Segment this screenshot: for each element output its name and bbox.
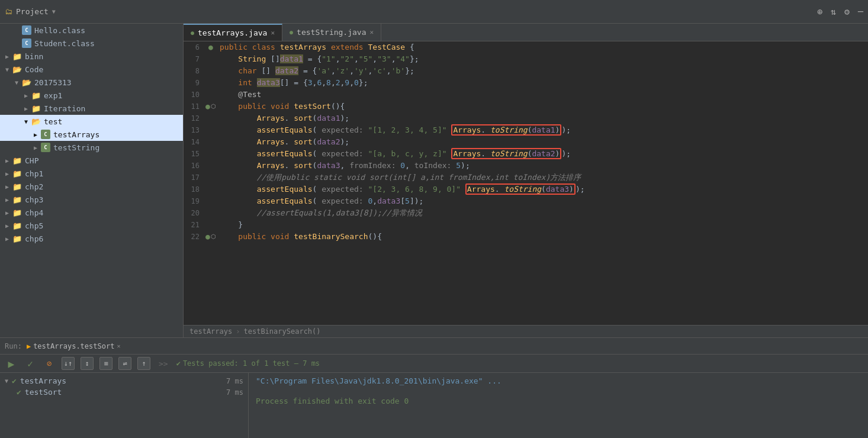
folder-icon-chp1: 📁 [12,168,22,179]
project-title[interactable]: 🗂 Project ▼ [5,7,56,16]
breadcrumb-method: testBinarySearch() [243,327,320,336]
gear-icon[interactable]: ⚙ [844,7,850,17]
tree-item-chp5[interactable]: 📁 chp5 [0,219,183,232]
label-testarrays: testArrays [53,130,99,139]
play-button[interactable]: ▶ [5,357,18,370]
code-editor[interactable]: 6 ● public class testArrays extends Test… [184,41,868,325]
gutter-22: ●⬡ [204,231,217,243]
line-content-22: public void testBinarySearch(){ [217,231,868,243]
line-content-15: assertEquals( expected: "[a, b, c, y, z]… [217,148,868,160]
line-num-21: 21 [184,219,204,231]
output-line-2 [256,387,861,395]
tree-item-testarrays[interactable]: C testArrays [0,128,183,141]
tab-testarrays[interactable]: ● testArrays.java ✕ [184,24,282,41]
arrow-testarrays [31,131,40,138]
stop-button[interactable]: ⊘ [43,357,56,370]
pass-icon-testsort: ✔ [17,388,21,397]
run-tab-testarrays[interactable]: ▶ testArrays.testSort ✕ [27,342,121,350]
top-bar-actions: ⊕ ⇅ ⚙ ─ [817,7,863,17]
rerun-sort-button[interactable]: ↓↑ [62,357,75,370]
folder-icon-test: 📂 [31,116,41,127]
tree-item-hello[interactable]: C Hello.class [0,24,183,37]
tree-item-exp1[interactable]: 📁 exp1 [0,89,183,102]
test-item-testsort[interactable]: ✔ testSort 7 ms [0,387,248,398]
folder-icon-binn: 📁 [12,51,22,62]
arrow-chp1 [2,170,12,177]
tree-item-chp[interactable]: 📁 CHP [0,154,183,167]
pass-icon-testarrays: ✔ [12,376,17,385]
split-icon[interactable]: ⇅ [831,7,836,17]
bookmark-icon-11: ⬡ [211,101,216,112]
tree-item-iteration[interactable]: 📁 Iteration [0,102,183,115]
line-num-15: 15 [184,148,204,160]
arrow-teststring [31,144,40,151]
bookmark-icon-22: ⬡ [211,231,216,243]
run-tab-close[interactable]: ✕ [117,343,120,349]
tab-close-testarrays[interactable]: ✕ [271,29,275,37]
code-line-20: 20 //assertEquals(1,data3[8]);//异常情况 [184,207,868,219]
tree-item-20175313[interactable]: 📂 20175313 [0,76,183,89]
tree-item-chp6[interactable]: 📁 chp6 [0,232,183,245]
line-num-11: 11 [184,101,204,112]
dropdown-arrow[interactable]: ▼ [52,8,56,15]
code-line-17: 17 //使用public static void sort(int[] a,i… [184,172,868,183]
tree-item-chp4[interactable]: 📁 chp4 [0,206,183,219]
output-line-3: Process finished with exit code 0 [256,397,861,405]
coverage-icon-11: ● [205,101,210,112]
tree-item-chp2[interactable]: 📁 chp2 [0,180,183,193]
minimize-icon[interactable]: ─ [858,7,863,17]
label-iteration: Iteration [44,104,85,113]
line-content-20: //assertEquals(1,data3[8]);//异常情况 [217,207,868,219]
code-line-15: 15 assertEquals( expected: "[a, b, c, y,… [184,148,868,160]
code-line-18: 18 assertEquals( expected: "[2, 3, 6, 8,… [184,183,868,195]
line-num-9: 9 [184,77,204,89]
coverage-icon-6: ● [208,41,213,53]
run-content: ▼ ✔ testArrays 7 ms ✔ testSort 7 ms "C:\… [0,373,868,438]
line-num-7: 7 [184,53,204,65]
tab-close-teststring[interactable]: ✕ [370,28,374,36]
arrow-exp1 [21,92,31,99]
label-20175313: 20175313 [34,78,72,87]
label-test: test [44,117,62,126]
tree-item-binn[interactable]: 📁 binn [0,50,183,63]
line-content-11: public void testSort(){ [217,101,868,112]
code-line-22: 22 ●⬡ public void testBinarySearch(){ [184,231,868,243]
arrow-iteration [21,105,31,112]
tree-item-chp3[interactable]: 📁 chp3 [0,193,183,206]
run-status: ✔ Tests passed: 1 of 1 test – 7 ms [176,359,320,368]
code-line-9: 9 int data3[] = {3,6,8,2,9,0}; [184,77,868,89]
test-duration-testarrays: 7 ms [226,377,243,385]
run-status-text: Tests passed: 1 of 1 test – 7 ms [183,359,320,368]
tree-item-student[interactable]: C Student.class [0,37,183,50]
label-hello: Hello.class [34,26,85,35]
tree-item-chp1[interactable]: 📁 chp1 [0,167,183,180]
test-item-testarrays[interactable]: ▼ ✔ testArrays 7 ms [0,375,248,387]
code-line-14: 14 Arrays. sort(data2); [184,136,868,148]
folder-icon-20175313: 📂 [21,77,32,88]
expand-button[interactable]: ⇌ [118,357,131,370]
code-line-11: 11 ●⬡ public void testSort(){ [184,101,868,112]
label-binn: binn [25,52,43,61]
line-num-16: 16 [184,160,204,172]
line-content-6: public class testArrays extends TestCase… [217,41,868,53]
compass-icon[interactable]: ⊕ [817,7,822,17]
up-button[interactable]: ↑ [137,357,150,370]
label-chp: CHP [25,156,38,165]
check-button[interactable]: ✓ [24,357,37,370]
line-content-10: @Test [217,89,868,101]
main-area: C Hello.class C Student.class 📁 binn 📂 C… [0,24,868,337]
coverage-icon-22: ● [205,231,210,243]
toolbar-sep: >> [159,359,168,368]
tree-item-test[interactable]: 📂 test [0,115,183,128]
folder-icon-chp2: 📁 [12,181,22,192]
tree-item-teststring[interactable]: C testString [0,141,183,154]
code-line-10: 10 @Test [184,89,868,101]
tab-teststring[interactable]: ● testString.java ✕ [282,24,381,41]
rerun-fail-button[interactable]: ↕ [81,357,94,370]
tree-item-code[interactable]: 📂 Code [0,63,183,76]
breadcrumb-class: testArrays [189,327,232,336]
arrow-chp [2,157,12,164]
line-num-12: 12 [184,112,204,124]
toggle-button[interactable]: ≡ [99,357,112,370]
tab-bar: ● testArrays.java ✕ ● testString.java ✕ [184,24,868,41]
